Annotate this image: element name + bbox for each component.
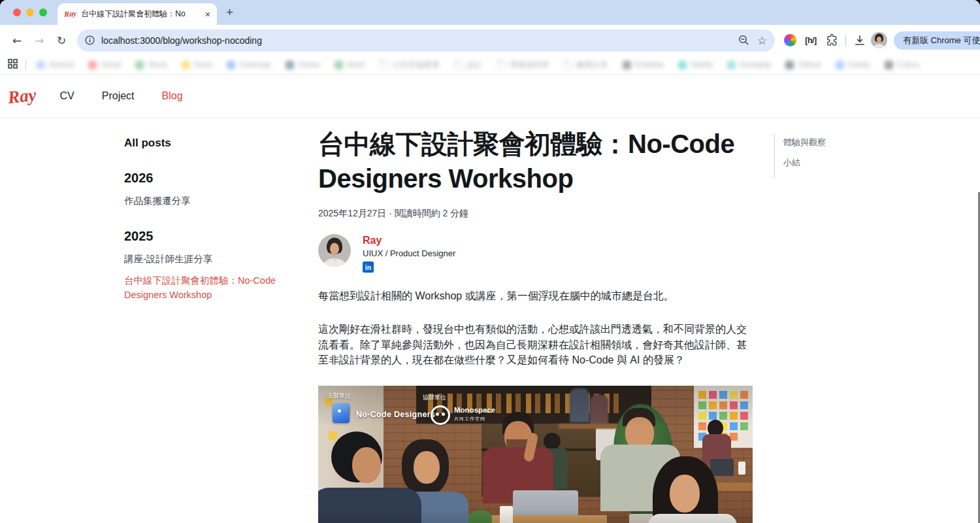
photo-co-organizer-subtitle: 共同工作空間 [454, 416, 485, 422]
site-nav: CV Project Blog [60, 90, 183, 102]
bookmark-item[interactable]: Vimeo [286, 60, 320, 69]
bookmark-item[interactable]: Work [335, 60, 365, 69]
bookmark-folder[interactable]: 離職文件 [564, 59, 608, 71]
bookmark-folder[interactable]: 設計 [454, 59, 483, 71]
favicon-icon [678, 61, 687, 69]
article-body: 每當想到設計相關的 Workshop 或講座，第一個浮現在腦中的城市總是台北。 … [318, 288, 753, 368]
bookmark-label: Gemini [49, 60, 74, 69]
browser-tab[interactable]: Ray 台中線下設計聚會初體驗：No- × [57, 3, 217, 25]
page-content: All posts 2026 作品集搬遷分享 2025 講座-設計師生涯分享 台… [0, 118, 980, 523]
bookmark-item[interactable]: Colors [885, 60, 920, 69]
tab-close-icon[interactable]: × [205, 10, 210, 19]
favicon-icon [182, 61, 190, 69]
minimize-window-button[interactable] [26, 8, 34, 16]
toc-item-summary[interactable]: 小結 [783, 157, 826, 169]
site-header: Ray CV Project Blog [0, 75, 980, 118]
tab-strip: Ray 台中線下設計聚會初體驗：No- × + [0, 0, 980, 25]
bookmark-label: Gmail [101, 60, 121, 69]
bookmark-item[interactable]: Stock [135, 60, 167, 69]
pinwheel-extension-icon[interactable] [780, 31, 800, 50]
bookmark-label: Clarity [848, 60, 870, 69]
toc-item-experience[interactable]: 體驗與觀察 [783, 137, 826, 148]
bookmark-item[interactable]: Godaddy [727, 60, 772, 69]
post-link-workshop-active[interactable]: 台中線下設計聚會初體驗：No-Code Designers Workshop [124, 273, 287, 303]
folder-icon [564, 61, 573, 69]
post-link-portfolio[interactable]: 作品集搬遷分享 [124, 194, 287, 208]
chrome-update-chip[interactable]: 有新版 Chrome 可使用 [894, 31, 980, 50]
site-info-icon[interactable] [85, 35, 95, 45]
folder-icon [497, 61, 506, 69]
bookmark-folder[interactable]: 公司雲端硬碟 [380, 59, 440, 71]
folder-icon [454, 61, 463, 69]
article: 台中線下設計聚會初體驗：No-Code Designers Workshop 2… [318, 127, 753, 523]
address-bar-actions: ☆ [738, 34, 767, 47]
zoom-out-icon[interactable] [738, 35, 749, 46]
traffic-lights [13, 8, 47, 16]
toolbar-divider [845, 35, 846, 46]
tab-favicon-icon: Ray [63, 8, 77, 20]
extensions-puzzle-icon[interactable] [822, 31, 841, 50]
bookmark-label: 公司雲端硬碟 [393, 59, 440, 71]
bookmark-star-icon[interactable]: ☆ [757, 34, 767, 47]
favicon-icon [37, 61, 45, 69]
article-hero-image: 主辦單位 No-Code Designers 協辦單位 Monospace 共同… [318, 386, 753, 523]
photo-organizer-label: 主辦單位 [327, 392, 351, 400]
bookmark-label: Vimeo [298, 60, 320, 69]
paragraph: 每當想到設計相關的 Workshop 或講座，第一個浮現在腦中的城市總是台北。 [318, 288, 753, 304]
article-meta: 2025年12月27日 · 閱讀時間約 2 分鐘 [318, 208, 753, 220]
favicon-icon [335, 61, 343, 69]
photo-co-organizer-label: 協辦單位 [423, 394, 446, 402]
nav-cv[interactable]: CV [60, 90, 74, 102]
bookmark-label: Dribbble [635, 60, 664, 69]
bookmark-label: 離職文件 [577, 59, 608, 71]
bookmark-item[interactable]: Calendar [227, 60, 271, 69]
back-icon[interactable]: ← [7, 30, 27, 51]
bookmark-label: Stock [148, 60, 167, 69]
bookmark-item[interactable]: Clarity [836, 60, 870, 69]
linkedin-icon[interactable]: in [363, 262, 374, 273]
year-heading-2026: 2026 [124, 171, 287, 186]
apps-grid-icon[interactable] [8, 59, 18, 71]
address-bar[interactable]: localhost:3000/blog/workshop-nocoding ☆ [77, 29, 775, 52]
favicon-icon [885, 61, 893, 69]
bookmark-label: 專案資料夾 [510, 59, 549, 71]
article-title: 台中線下設計聚會初體驗：No-Code Designers Workshop [318, 127, 753, 196]
bookmark-label: Work [347, 60, 365, 69]
author-info: Ray UIUX / Product Designer in [363, 234, 455, 273]
author-avatar [318, 234, 351, 267]
bookmark-item[interactable]: Github [785, 60, 821, 69]
bookmark-folder[interactable]: 專案資料夾 [497, 59, 549, 71]
bookmark-item[interactable]: Gemini [37, 60, 74, 69]
author-block: Ray UIUX / Product Designer in [318, 234, 753, 273]
bookmark-item[interactable]: Gmail [88, 60, 121, 69]
hv-extension-icon[interactable]: [h/] [801, 31, 821, 50]
new-tab-button[interactable]: + [226, 5, 233, 20]
posts-sidebar: All posts 2026 作品集搬遷分享 2025 講座-設計師生涯分享 台… [124, 137, 287, 309]
bookmark-item[interactable]: Drive [182, 60, 212, 69]
all-posts-heading: All posts [124, 137, 287, 150]
author-name[interactable]: Ray [363, 235, 455, 246]
bookmark-label: 設計 [467, 59, 483, 71]
photo-vignette [318, 386, 753, 523]
favicon-icon [785, 61, 794, 69]
downloads-icon[interactable] [850, 31, 870, 50]
bookmark-label: Drive [194, 60, 212, 69]
favicon-icon [836, 61, 844, 69]
site-logo[interactable]: Ray [7, 84, 37, 107]
bookmark-item[interactable]: Netlify [678, 60, 712, 69]
post-link-lecture[interactable]: 講座-設計師生涯分享 [124, 252, 287, 266]
reload-icon[interactable]: ↻ [51, 30, 72, 51]
year-heading-2025: 2025 [124, 229, 287, 244]
nav-blog[interactable]: Blog [162, 90, 183, 102]
zoom-window-button[interactable] [39, 8, 47, 16]
favicon-icon [135, 61, 144, 69]
bookmark-item[interactable]: Dribbble [623, 60, 664, 69]
bookmarks-divider [25, 59, 26, 70]
url-text[interactable]: localhost:3000/blog/workshop-nocoding [101, 35, 732, 46]
profile-avatar[interactable] [871, 32, 887, 48]
nav-project[interactable]: Project [102, 90, 135, 102]
bookmark-label: Colors [897, 60, 920, 69]
close-window-button[interactable] [13, 8, 21, 16]
forward-icon: → [29, 30, 50, 51]
favicon-icon [88, 61, 97, 69]
